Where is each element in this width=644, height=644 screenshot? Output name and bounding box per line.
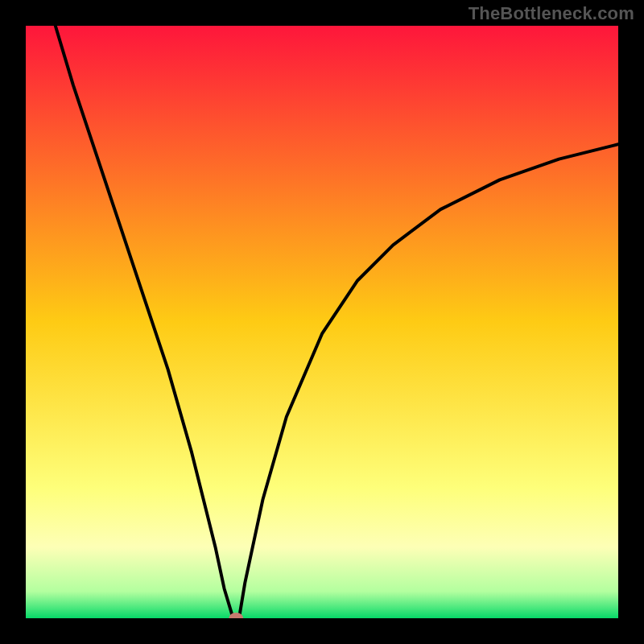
chart-frame: TheBottleneck.com [0,0,644,644]
chart-background [26,26,618,618]
plot-area [26,26,618,618]
watermark-text: TheBottleneck.com [469,3,634,24]
chart-svg [26,26,618,618]
